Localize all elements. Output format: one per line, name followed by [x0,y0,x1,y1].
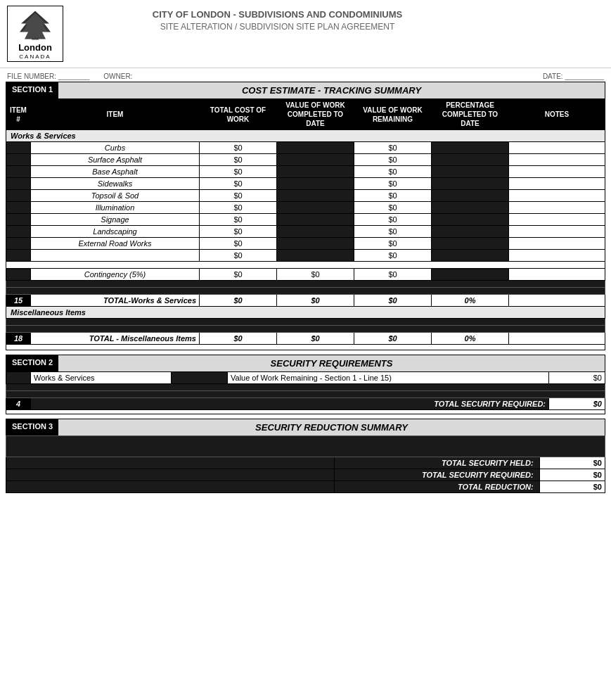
header-title-line1: CITY OF LONDON - SUBDIVISIONS AND CONDOM… [63,9,491,20]
header-title-line2: SITE ALTERATION / SUBDIVISION SITE PLAN … [63,22,491,32]
logo-text: London [18,43,52,53]
section3-title: SECURITY REDUCTION SUMMARY [58,419,605,435]
surface-asphalt-name: Surface Asphalt [31,154,200,166]
total-ws-comp: $0 [277,295,354,307]
security-ws-value: $0 [549,372,605,384]
table-row-topsoil: Topsoil & Sod $0 $0 [6,190,605,202]
col-value-remaining: VALUE OF WORK REMAINING [354,99,432,130]
total-ws-pct: 0% [432,295,509,307]
curbs-total: $0 [200,142,277,154]
curbs-notes [509,142,605,154]
contingency-total: $0 [200,269,277,281]
section2-label: SECTION 2 [6,355,58,371]
security-ws-label: Works & Services [31,372,172,384]
col-item: ITEM [31,99,200,130]
sec3-required-row: TOTAL SECURITY REQUIRED: $0 [6,469,605,481]
file-number: FILE NUMBER: ________ [7,72,89,80]
misc-dark-row-2 [6,326,605,333]
total-ws-row: 15 TOTAL-Works & Services $0 $0 $0 0% [6,295,605,307]
works-services-group-row: Works & Services [6,130,605,142]
table-row-signage: Signage $0 $0 [6,214,605,226]
total-security-row-num: 4 [6,398,31,410]
dark-row-1 [6,281,605,288]
logo: London CANADA [7,6,63,62]
total-security-row: 4 TOTAL SECURITY REQUIRED: $0 [6,398,605,410]
table-row-base-asphalt: Base Asphalt $0 $0 [6,166,605,178]
section1-title: COST ESTIMATE - TRACKING SUMMARY [58,82,605,98]
total-reduction-label: TOTAL REDUCTION: [334,481,539,493]
owner-label: OWNER: [103,72,132,80]
table-row-illumination: Illumination $0 $0 [6,202,605,214]
col-notes: NOTES [509,99,605,130]
table-row-blank1: $0 $0 [6,250,605,262]
spacer-row-2 [6,345,605,350]
table-row-landscaping: Landscaping $0 $0 [6,226,605,238]
logo-subtext: CANADA [19,53,51,60]
dark-row-2 [6,288,605,295]
total-held-label: TOTAL SECURITY HELD: [334,457,539,469]
total-misc-comp: $0 [277,333,354,345]
section3-label: SECTION 3 [6,419,58,435]
date-label: DATE: __________ [543,72,604,80]
total-ws-total: $0 [200,295,277,307]
section2-table: Works & Services Value of Work Remaining… [6,371,605,414]
misc-label: Miscellaneous Items [6,307,605,319]
total-security-value: $0 [549,398,605,410]
sec3-dark-row-1 [6,436,605,457]
total-held-value: $0 [539,457,605,469]
section1-header: SECTION 1 COST ESTIMATE - TRACKING SUMMA… [6,82,605,98]
total-misc-label: TOTAL - Miscellaneous Items [31,333,200,345]
sec2-dark-row-1 [6,384,605,391]
table-row-external-road: External Road Works $0 $0 [6,238,605,250]
tree-icon [18,8,53,43]
contingency-row: Contingency (5%) $0 $0 $0 [6,269,605,281]
section1-label: SECTION 1 [6,82,58,98]
header-right [491,6,604,9]
header-center: CITY OF LONDON - SUBDIVISIONS AND CONDOM… [63,6,491,32]
table-header-row: ITEM # ITEM TOTAL COST OF WORK VALUE OF … [6,99,605,130]
security-ws-row: Works & Services Value of Work Remaining… [6,372,605,384]
sec2-spacer [6,410,605,414]
total-misc-row: 18 TOTAL - Miscellaneous Items $0 $0 $0 … [6,333,605,345]
section3-table: TOTAL SECURITY HELD: $0 TOTAL SECURITY R… [6,435,605,493]
total-misc-total: $0 [200,333,277,345]
table-row-curbs: Curbs $0 $0 [6,142,605,154]
curbs-name: Curbs [31,142,200,154]
total-reduction-value: $0 [539,481,605,493]
table-row-surface-asphalt: Surface Asphalt $0 $0 [6,154,605,166]
contingency-comp: $0 [277,269,354,281]
section3-header: SECTION 3 SECURITY REDUCTION SUMMARY [6,419,605,435]
curbs-num [6,142,31,154]
col-value-completed: VALUE OF WORK COMPLETED TO DATE [277,99,354,130]
works-services-label: Works & Services [6,130,605,142]
table-row-sidewalks: Sidewalks $0 $0 [6,178,605,190]
curbs-comp [277,142,354,154]
col-total-cost: TOTAL COST OF WORK [200,99,277,130]
total-ws-label: TOTAL-Works & Services [31,295,200,307]
total-held-row: TOTAL SECURITY HELD: $0 [6,457,605,469]
contingency-label: Contingency (5%) [31,269,200,281]
col-pct-completed: PERCENTAGE COMPLETED TO DATE [432,99,509,130]
total-security-label: TOTAL SECURITY REQUIRED: [31,398,549,410]
sec3-required-value: $0 [539,469,605,481]
security-ws-desc: Value of Work Remaining - Section 1 - Li… [228,372,549,384]
total-misc-rem: $0 [354,333,432,345]
total-ws-num: 15 [6,295,31,307]
total-misc-pct: 0% [432,333,509,345]
misc-group-row: Miscellaneous Items [6,307,605,319]
curbs-pct [432,142,509,154]
section2-header: SECTION 2 SECURITY REQUIREMENTS [6,355,605,371]
total-ws-rem: $0 [354,295,432,307]
sec2-dark-row-2 [6,391,605,398]
info-row: FILE NUMBER: ________ OWNER: DATE: _____… [0,71,611,82]
spacer-row-1 [6,262,605,269]
total-misc-num: 18 [6,333,31,345]
col-item-num: ITEM # [6,99,31,130]
total-reduction-row: TOTAL REDUCTION: $0 [6,481,605,493]
sec3-required-label: TOTAL SECURITY REQUIRED: [334,469,539,481]
misc-dark-row-1 [6,319,605,326]
section2-title: SECURITY REQUIREMENTS [58,355,605,371]
contingency-rem: $0 [354,269,432,281]
curbs-rem: $0 [354,142,432,154]
section1-table: ITEM # ITEM TOTAL COST OF WORK VALUE OF … [6,98,605,350]
